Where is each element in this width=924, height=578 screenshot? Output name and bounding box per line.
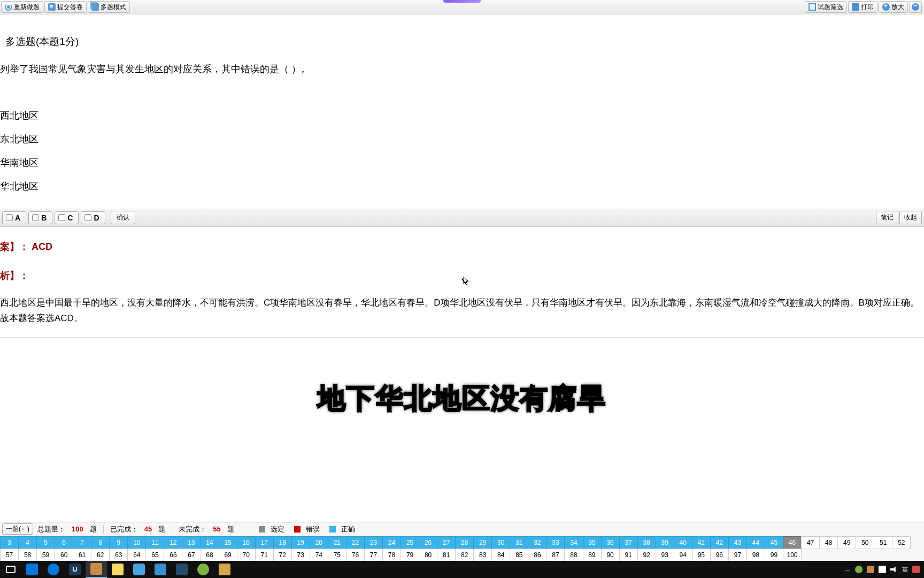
question-number-77[interactable]: 77: [364, 549, 383, 561]
collapse-button[interactable]: 收起: [899, 211, 922, 224]
question-number-79[interactable]: 79: [401, 549, 419, 561]
question-number-96[interactable]: 96: [710, 549, 729, 561]
question-number-63[interactable]: 63: [109, 549, 128, 561]
question-number-3[interactable]: 3: [0, 536, 19, 549]
question-number-88[interactable]: 88: [564, 549, 583, 561]
question-number-76[interactable]: 76: [346, 549, 365, 561]
question-number-95[interactable]: 95: [692, 549, 711, 561]
question-number-65[interactable]: 65: [145, 549, 164, 561]
choice-b-checkbox[interactable]: [32, 214, 39, 221]
choice-d[interactable]: D: [81, 211, 105, 224]
question-number-62[interactable]: 62: [91, 549, 110, 561]
question-number-9[interactable]: 9: [109, 536, 128, 549]
choice-c[interactable]: C: [55, 211, 79, 224]
app-u-button[interactable]: U: [64, 561, 86, 578]
question-number-91[interactable]: 91: [619, 549, 638, 561]
question-number-58[interactable]: 58: [18, 549, 37, 561]
question-number-35[interactable]: 35: [583, 536, 602, 549]
app-portrait-button[interactable]: [86, 561, 107, 578]
zoom-out-button[interactable]: [909, 1, 922, 13]
question-number-15[interactable]: 15: [219, 536, 237, 549]
tray-chevron-icon[interactable]: ︿: [845, 566, 851, 574]
app-blue1-button[interactable]: [128, 561, 150, 578]
app-shirt-button[interactable]: [214, 561, 235, 578]
question-number-92[interactable]: 92: [637, 549, 656, 561]
redo-button[interactable]: 重新做题: [1, 1, 43, 13]
question-number-7[interactable]: 7: [73, 536, 91, 549]
question-number-16[interactable]: 16: [237, 536, 256, 549]
question-number-74[interactable]: 74: [310, 549, 328, 561]
question-number-47[interactable]: 47: [801, 536, 820, 549]
choice-d-checkbox[interactable]: [84, 214, 91, 221]
question-number-6[interactable]: 6: [55, 536, 73, 549]
question-number-44[interactable]: 44: [746, 536, 765, 549]
ime-indicator[interactable]: 英: [902, 566, 908, 574]
question-number-36[interactable]: 36: [601, 536, 620, 549]
question-number-82[interactable]: 82: [455, 549, 474, 561]
question-number-22[interactable]: 22: [346, 536, 365, 549]
question-number-25[interactable]: 25: [401, 536, 419, 549]
taskview-button[interactable]: [0, 561, 21, 578]
question-number-100[interactable]: 100: [783, 549, 802, 561]
start-button[interactable]: [21, 561, 43, 578]
edge-button[interactable]: [43, 561, 64, 578]
question-number-93[interactable]: 93: [656, 549, 674, 561]
question-number-45[interactable]: 45: [765, 536, 783, 549]
question-number-80[interactable]: 80: [419, 549, 437, 561]
app-blue2-button[interactable]: [150, 561, 171, 578]
question-number-86[interactable]: 86: [528, 549, 546, 561]
question-number-38[interactable]: 38: [637, 536, 656, 549]
question-number-10[interactable]: 10: [127, 536, 146, 549]
question-number-64[interactable]: 64: [127, 549, 146, 561]
prev-question-button[interactable]: 一题(←): [2, 523, 33, 535]
question-number-13[interactable]: 13: [182, 536, 201, 549]
question-number-71[interactable]: 71: [255, 549, 274, 561]
choice-a[interactable]: A: [2, 211, 26, 224]
question-number-57[interactable]: 57: [0, 549, 19, 561]
question-number-34[interactable]: 34: [564, 536, 583, 549]
confirm-button[interactable]: 确认: [111, 211, 135, 224]
question-number-75[interactable]: 75: [328, 549, 346, 561]
question-number-11[interactable]: 11: [145, 536, 164, 549]
question-number-50[interactable]: 50: [856, 536, 874, 549]
submit-button[interactable]: 提交答卷: [44, 1, 87, 13]
question-number-41[interactable]: 41: [692, 536, 711, 549]
app-dark-button[interactable]: [171, 561, 192, 578]
question-number-24[interactable]: 24: [382, 536, 401, 549]
question-number-40[interactable]: 40: [674, 536, 692, 549]
question-number-39[interactable]: 39: [656, 536, 674, 549]
question-number-73[interactable]: 73: [291, 549, 310, 561]
tray-icon-3[interactable]: [912, 566, 920, 573]
question-number-48[interactable]: 48: [819, 536, 838, 549]
question-number-97[interactable]: 97: [728, 549, 747, 561]
question-number-90[interactable]: 90: [601, 549, 620, 561]
question-number-60[interactable]: 60: [55, 549, 73, 561]
tray-network-icon[interactable]: [879, 566, 886, 573]
question-number-52[interactable]: 52: [892, 536, 911, 549]
question-number-89[interactable]: 89: [583, 549, 602, 561]
question-number-33[interactable]: 33: [546, 536, 565, 549]
question-number-68[interactable]: 68: [201, 549, 219, 561]
question-number-83[interactable]: 83: [473, 549, 492, 561]
tray-icon-1[interactable]: [855, 566, 863, 573]
print-button[interactable]: 打印: [848, 1, 877, 13]
question-number-98[interactable]: 98: [746, 549, 765, 561]
choice-b[interactable]: B: [28, 211, 52, 224]
app-green-button[interactable]: [192, 561, 214, 578]
question-number-43[interactable]: 43: [728, 536, 747, 549]
question-number-14[interactable]: 14: [201, 536, 219, 549]
tray-icon-2[interactable]: [867, 566, 874, 573]
question-number-12[interactable]: 12: [164, 536, 182, 549]
question-number-30[interactable]: 30: [491, 536, 510, 549]
question-number-69[interactable]: 69: [219, 549, 237, 561]
question-number-99[interactable]: 99: [765, 549, 783, 561]
question-number-29[interactable]: 29: [473, 536, 492, 549]
question-number-66[interactable]: 66: [164, 549, 182, 561]
question-number-49[interactable]: 49: [837, 536, 856, 549]
choice-c-checkbox[interactable]: [58, 214, 65, 221]
question-number-85[interactable]: 85: [510, 549, 528, 561]
question-number-87[interactable]: 87: [546, 549, 565, 561]
question-number-4[interactable]: 4: [18, 536, 37, 549]
question-number-59[interactable]: 59: [36, 549, 55, 561]
question-number-21[interactable]: 21: [328, 536, 346, 549]
